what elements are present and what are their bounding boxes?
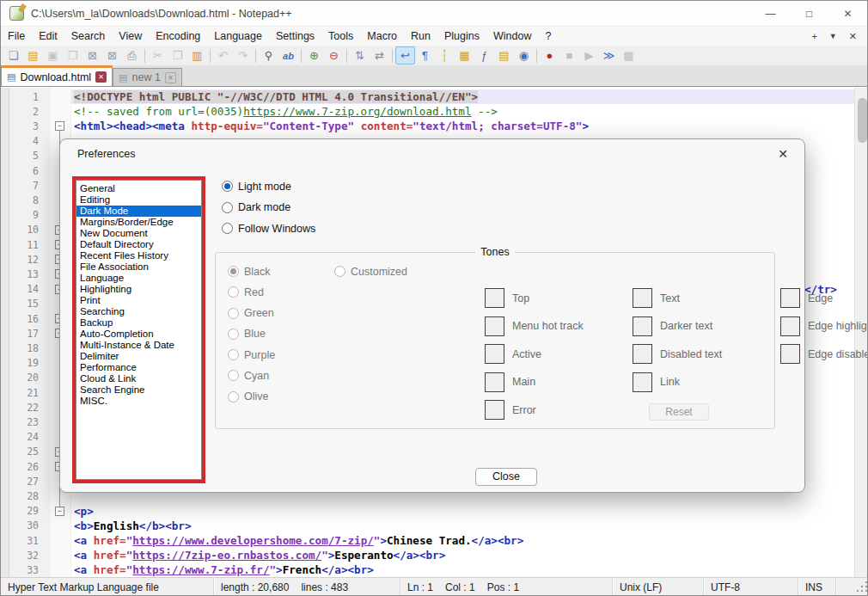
radio-tone-olive[interactable]: Olive (228, 390, 275, 404)
document-map-icon[interactable]: ▦ (455, 46, 474, 65)
category-item-file-association[interactable]: File Association (76, 261, 201, 273)
category-item-language[interactable]: Language (76, 273, 201, 284)
color-swatch-edge-highlight[interactable] (780, 316, 800, 336)
menu-item-search[interactable]: Search (64, 28, 113, 44)
menu-item-edit[interactable]: Edit (32, 28, 64, 44)
color-swatch-top[interactable] (485, 288, 504, 308)
folder-as-workspace-icon[interactable]: ▤ (494, 46, 514, 65)
undo-icon[interactable]: ↶ (213, 46, 233, 65)
category-item-general[interactable]: General (76, 183, 201, 194)
menu-item-macro[interactable]: Macro (360, 28, 404, 44)
radio-customized[interactable]: Customized (334, 264, 407, 279)
menu-item-tools[interactable]: Tools (321, 28, 360, 44)
category-item-highlighting[interactable]: Highlighting (76, 284, 201, 295)
resize-grip[interactable] (855, 581, 867, 593)
category-item-cloud-link[interactable]: Cloud & Link (76, 373, 201, 384)
category-item-print[interactable]: Print (76, 295, 201, 306)
color-swatch-active[interactable] (485, 344, 504, 364)
menu-item-run[interactable]: Run (404, 28, 437, 44)
category-item-misc-[interactable]: MISC. (76, 396, 201, 407)
menu-item-[interactable]: ? (538, 28, 558, 44)
zoom-in-icon[interactable]: ⊕ (304, 46, 324, 65)
close-all-icon[interactable]: ⊠ (102, 46, 122, 65)
menu-item-window[interactable]: Window (486, 28, 538, 44)
monitoring-icon[interactable]: ◉ (514, 46, 534, 65)
tab-new-1[interactable]: ▤new 1✕ (113, 68, 182, 86)
radio-tone-black[interactable]: Black (228, 264, 275, 279)
macro-stop-icon[interactable]: ■ (559, 46, 579, 65)
radio-tone-green[interactable]: Green (228, 306, 275, 321)
color-swatch-link[interactable] (633, 372, 652, 392)
save-all-icon[interactable]: ❒ (63, 46, 83, 65)
cut-icon[interactable]: ✂ (148, 46, 168, 65)
dialog-close-icon[interactable]: ✕ (773, 144, 792, 163)
close-dialog-button[interactable]: Close (475, 468, 537, 486)
show-all-characters-icon[interactable]: ¶ (415, 46, 435, 65)
save-file-icon[interactable]: ▣ (43, 46, 63, 65)
close-window-button[interactable]: ✕ (828, 1, 867, 26)
menu-item-file[interactable]: File (1, 28, 32, 44)
radio-tone-blue[interactable]: Blue (228, 327, 275, 341)
category-item-default-directory[interactable]: Default Directory (76, 239, 201, 250)
sync-horizontal-icon[interactable]: ⇄ (370, 46, 389, 65)
status-insert-mode[interactable]: INS (798, 578, 836, 596)
radio-follow-windows[interactable]: Follow Windows (222, 221, 315, 236)
fold-collapse-icon[interactable]: − (55, 121, 64, 131)
tab-list-dropdown-icon[interactable]: ▼ (829, 32, 837, 40)
tab-close-icon[interactable]: ✕ (95, 71, 107, 83)
category-item-performance[interactable]: Performance (76, 362, 201, 373)
status-encoding[interactable]: UTF-8 (704, 578, 798, 596)
category-item-multi-instance-date[interactable]: Multi-Instance & Date (76, 340, 201, 351)
tab-download-html[interactable]: ▤Download.html✕ (1, 65, 113, 86)
category-item-search-engine[interactable]: Search Engine (76, 384, 201, 396)
color-swatch-disabled-text[interactable] (633, 344, 652, 364)
menu-item-plugins[interactable]: Plugins (437, 28, 486, 44)
category-item-editing[interactable]: Editing (76, 194, 201, 206)
macro-save-icon[interactable]: ▩ (619, 46, 639, 65)
new-tab-button[interactable]: + (811, 31, 816, 41)
sync-vertical-icon[interactable]: ⇅ (350, 46, 370, 65)
function-list-icon[interactable]: ƒ (474, 46, 494, 65)
menu-item-encoding[interactable]: Encoding (149, 28, 207, 44)
status-eol-format[interactable]: Unix (LF) (613, 578, 704, 596)
preferences-category-list[interactable]: GeneralEditingDark ModeMargins/Border/Ed… (76, 180, 202, 480)
color-swatch-text[interactable] (633, 288, 652, 308)
category-item-backup[interactable]: Backup (76, 317, 201, 329)
radio-tone-purple[interactable]: Purple (228, 347, 275, 362)
color-swatch-edge[interactable] (780, 288, 800, 308)
paste-icon[interactable]: ▥ (187, 46, 207, 65)
category-item-recent-files-history[interactable]: Recent Files History (76, 250, 201, 261)
category-item-searching[interactable]: Searching (76, 306, 201, 317)
replace-icon[interactable]: ab (278, 46, 298, 65)
reset-button[interactable]: Reset (649, 403, 709, 421)
menu-item-view[interactable]: View (112, 28, 149, 44)
find-icon[interactable]: ⚲ (259, 46, 278, 65)
category-item-auto-completion[interactable]: Auto-Completion (76, 329, 201, 340)
redo-icon[interactable]: ↷ (233, 46, 253, 65)
zoom-out-icon[interactable]: ⊖ (324, 46, 344, 65)
show-indent-guide-icon[interactable]: ┆ (435, 46, 455, 65)
radio-tone-cyan[interactable]: Cyan (228, 368, 275, 383)
radio-light-mode[interactable]: Light mode (222, 179, 315, 194)
open-file-icon[interactable]: ▤ (23, 46, 43, 65)
word-wrap-icon[interactable]: ↩ (395, 46, 415, 65)
print-icon[interactable]: ⎙ (122, 46, 142, 65)
menu-item-settings[interactable]: Settings (269, 28, 321, 44)
close-tab-button[interactable]: ✕ (849, 31, 857, 42)
fold-collapse-icon[interactable]: − (55, 507, 64, 516)
close-file-icon[interactable]: ⊠ (83, 46, 102, 65)
color-swatch-main[interactable] (485, 372, 504, 392)
color-swatch-darker-text[interactable] (633, 316, 652, 336)
category-item-new-document[interactable]: New Document (76, 228, 201, 239)
category-item-margins-border-edge[interactable]: Margins/Border/Edge (76, 217, 201, 228)
color-swatch-error[interactable] (485, 400, 504, 420)
radio-tone-red[interactable]: Red (228, 285, 275, 299)
color-swatch-edge-disabled[interactable] (780, 344, 800, 364)
macro-record-icon[interactable]: ● (540, 46, 559, 65)
macro-run-multiple-icon[interactable]: ≫ (599, 46, 619, 65)
category-item-dark-mode[interactable]: Dark Mode (76, 206, 201, 217)
scrollbar-thumb[interactable] (858, 98, 867, 143)
copy-icon[interactable]: ❐ (168, 46, 187, 65)
category-item-delimiter[interactable]: Delimiter (76, 351, 201, 362)
radio-dark-mode[interactable]: Dark mode (222, 200, 315, 215)
